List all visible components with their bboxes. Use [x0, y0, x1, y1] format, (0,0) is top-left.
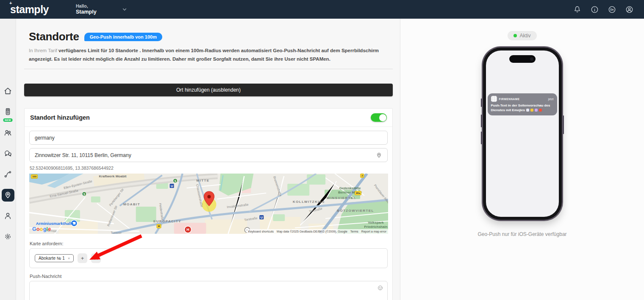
map-label: BÖTZOWVIERTEL — [337, 209, 374, 213]
push-message-textarea[interactable] — [30, 281, 387, 300]
map-label: Chausseestraße — [195, 184, 204, 207]
notification-app-icon — [491, 96, 497, 102]
phone-volume-down — [481, 132, 482, 144]
address-input[interactable] — [35, 152, 376, 158]
coordinates-readout: 52.532400906811695, 13.3837686544922 — [30, 165, 388, 171]
push-message-box — [29, 281, 388, 300]
account-dropdown-toggle[interactable] — [121, 6, 128, 13]
map-label: Heidestraße — [158, 203, 165, 221]
main-content: Standorte Geo-Push innerhalb von 100m In… — [16, 19, 400, 300]
user-greeting: Hallo, Stamply — [76, 3, 97, 16]
push-message-label: Push-Nachricht — [30, 274, 388, 279]
report-map-error-link[interactable]: Report a map error — [361, 230, 386, 233]
divider — [24, 69, 393, 69]
geo-push-badge: Geo-Push innerhalb von 100m — [84, 33, 162, 41]
svg-text:De: De — [610, 8, 614, 11]
greeting-name: Stamply — [76, 9, 97, 16]
map-label: Volkspark Friedrichshain — [362, 221, 388, 229]
person-icon — [3, 211, 12, 220]
map-label: Brunnenstraße — [272, 176, 283, 197]
map-route-badge: 96a — [355, 191, 361, 195]
notification-emojis — [525, 108, 542, 112]
map-label: MITTE — [197, 179, 210, 182]
info-icon — [590, 5, 599, 14]
greeting-hello: Hallo, — [76, 3, 97, 9]
gear-icon — [3, 232, 12, 241]
emoji-eyes — [526, 109, 529, 112]
route-icon — [3, 170, 12, 179]
location-pin-icon — [4, 191, 12, 199]
chevron-down-icon — [121, 6, 128, 13]
camera-dot — [530, 57, 533, 61]
map-label: Arminiusmarkthalle — [36, 221, 74, 226]
emoji-picker-button[interactable] — [378, 285, 383, 292]
country-input[interactable] — [35, 135, 382, 141]
address-field-wrap — [29, 148, 388, 162]
map-label: Invalidenstraße — [227, 203, 249, 209]
account-button[interactable] — [625, 5, 634, 14]
notifications-button[interactable] — [572, 5, 582, 14]
new-badge: NEW — [3, 118, 13, 122]
map-label: WINSVIERTEL — [327, 196, 356, 200]
map-image[interactable]: H U U S S Kraftwerk MoabitMIT — [29, 174, 388, 234]
clear-cards-button[interactable]: ✕ — [91, 253, 101, 263]
card-terminal-icon — [3, 107, 12, 116]
intro-text: In Ihrem Tarif verfügbares Limit für 10 … — [29, 46, 393, 63]
map-route-badge: 100 — [31, 174, 38, 179]
info-button[interactable] — [590, 5, 599, 14]
location-pin-icon — [376, 152, 382, 158]
phone-screen: FIRMENNAME jetzt Push-Text in der Seiten… — [486, 50, 559, 217]
sidebar-item-settings[interactable] — [0, 226, 16, 247]
map-attribution: Keyboard shortcuts Map data ©2025 GeoBas… — [247, 229, 388, 234]
keyboard-shortcuts-link[interactable]: Keyboard shortcuts — [248, 230, 274, 233]
push-notification-preview: FIRMENNAME jetzt Push-Text in der Seiten… — [488, 93, 557, 115]
intro-light: In Ihrem Tarif — [29, 48, 57, 53]
iphone-mockup: FIRMENNAME jetzt Push-Text in der Seiten… — [483, 48, 562, 220]
notification-body: Push-Text in der Seitenvorschau des Dien… — [491, 103, 554, 112]
sidebar-item-customers[interactable] — [0, 122, 16, 143]
country-field-wrap — [29, 131, 388, 145]
add-location-collapse-button[interactable]: Ort hinzufügen (ausblenden) — [24, 84, 393, 96]
map-label: Rathenower Str — [106, 205, 118, 227]
sidebar-item-integrations[interactable] — [0, 164, 16, 185]
map-label: Torstraße — [244, 216, 258, 222]
selected-card-chip[interactable]: Abokarte № 1 × — [35, 254, 74, 262]
dynamic-island — [509, 55, 536, 63]
intro-main: verfügbares Limit für 10 Standorte . Inn… — [29, 48, 379, 62]
card-title: Standort hinzufügen — [30, 114, 90, 121]
map-label: Prenzlauer Allee — [373, 184, 388, 205]
map-label: KOLLWITZKIEZ — [293, 200, 325, 204]
chip-remove-icon[interactable]: × — [68, 256, 70, 261]
ios-only-caption: Geo-Push nur für iOS-Geräte verfügbar — [477, 231, 566, 237]
add-location-card: Standort hinzufügen 52.532400906811695, … — [24, 108, 393, 300]
status-badge: Aktiv — [508, 31, 536, 40]
map-route-badge: 2 — [360, 174, 364, 178]
sidebar-item-home[interactable] — [0, 81, 16, 101]
language-switcher[interactable]: De — [607, 5, 616, 14]
sidebar-nav: NEW — [0, 19, 16, 300]
map-labels: Kraftwerk MoabitMITTEMOABITEUROPACITYKOL… — [29, 174, 388, 234]
account-icon — [625, 5, 634, 14]
active-dot — [514, 34, 517, 37]
terms-link[interactable]: Terms — [350, 230, 358, 233]
chip-label: Abokarte № 1 — [39, 256, 65, 261]
top-bar: +stamply Hallo, Stamply De — [0, 0, 644, 19]
sidebar-item-locations[interactable] — [0, 185, 16, 205]
location-active-toggle[interactable] — [371, 113, 387, 122]
chat-bubbles-icon — [3, 149, 12, 158]
map-label: Erna-Samuel-Straße — [49, 189, 78, 199]
map-label: Perleberger Str — [108, 188, 125, 207]
smiley-icon — [378, 285, 383, 291]
add-card-button[interactable]: + — [78, 253, 87, 263]
home-icon — [3, 87, 12, 95]
map-label: EUROPACITY — [153, 219, 181, 223]
status-label: Aktiv — [519, 33, 530, 39]
phone-volume-up — [481, 115, 482, 127]
phone-power-button — [563, 115, 564, 134]
page-title: Standorte — [29, 30, 79, 43]
sidebar-item-messages[interactable] — [0, 143, 16, 164]
sidebar-item-cards[interactable]: NEW — [0, 101, 16, 122]
emoji-credit-card — [530, 109, 533, 112]
bell-icon — [573, 5, 582, 14]
sidebar-item-profile[interactable] — [0, 205, 16, 226]
